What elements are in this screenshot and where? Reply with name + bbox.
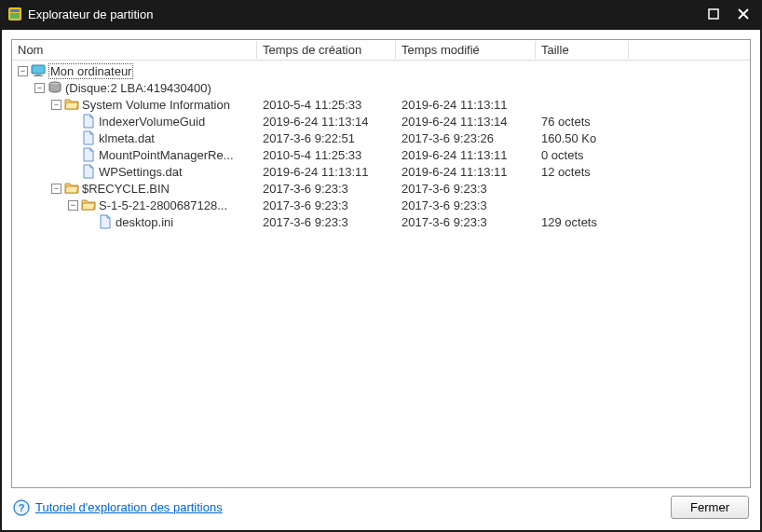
tree-row-file[interactable]: MountPointManagerRe... 2010-5-4 11:25:33… [12, 146, 750, 163]
cell-created: 2010-5-4 11:25:33 [257, 148, 396, 162]
cell-created: 2017-3-6 9:22:51 [257, 131, 396, 145]
tree-row-disk[interactable]: − (Disque:2 LBA:419430400) [12, 79, 750, 96]
cell-created: 2010-5-4 11:25:33 [257, 98, 396, 112]
tree-row-file[interactable]: WPSettings.dat 2019-6-24 11:13:11 2019-6… [12, 163, 750, 180]
window-controls [702, 3, 755, 25]
cell-modified: 2019-6-24 11:13:14 [396, 115, 536, 129]
tree-label: IndexerVolumeGuid [99, 115, 205, 129]
titlebar: Explorateur de partition [0, 0, 762, 28]
expander-icon[interactable]: − [51, 184, 61, 194]
tutorial-link-container: ? Tutoriel d'exploration des partitions [13, 499, 223, 516]
svg-rect-3 [709, 9, 718, 19]
app-icon [7, 7, 22, 21]
cell-modified: 2019-6-24 11:13:11 [396, 148, 536, 162]
file-icon [81, 130, 96, 145]
svg-rect-2 [10, 13, 20, 19]
svg-rect-6 [32, 65, 45, 74]
cell-modified: 2019-6-24 11:13:11 [396, 165, 536, 179]
tree-label: MountPointManagerRe... [99, 148, 234, 162]
cell-size: 0 octets [536, 148, 629, 162]
header-size[interactable]: Taille [536, 41, 629, 59]
file-icon [81, 164, 96, 179]
help-icon: ? [13, 499, 30, 516]
cell-size: 12 octets [536, 165, 629, 179]
column-headers: Nom Temps de création Temps modifié Tail… [12, 40, 750, 61]
tree-row-file[interactable]: desktop.ini 2017-3-6 9:23:3 2017-3-6 9:2… [12, 213, 750, 230]
tree-row-computer[interactable]: − Mon ordinateur [12, 62, 750, 79]
cell-modified: 2017-3-6 9:23:3 [396, 215, 536, 229]
tree-row-file[interactable]: IndexerVolumeGuid 2019-6-24 11:13:14 201… [12, 113, 750, 130]
tutorial-link[interactable]: Tutoriel d'exploration des partitions [35, 500, 223, 514]
computer-icon [31, 63, 46, 78]
cell-created: 2017-3-6 9:23:3 [257, 182, 396, 196]
disk-icon [48, 80, 62, 95]
cell-size: 76 octets [536, 115, 629, 129]
svg-text:?: ? [19, 502, 25, 513]
file-icon [98, 214, 113, 229]
cell-created: 2019-6-24 11:13:14 [257, 115, 396, 129]
file-icon [81, 147, 96, 162]
expander-icon[interactable]: − [34, 83, 45, 93]
header-modified[interactable]: Temps modifié [396, 41, 536, 59]
file-icon [81, 114, 96, 129]
expander-icon[interactable]: − [18, 66, 28, 76]
tree-label: desktop.ini [116, 215, 173, 229]
close-button[interactable] [732, 3, 755, 25]
window-title: Explorateur de partition [28, 7, 702, 21]
content-area: Nom Temps de création Temps modifié Tail… [2, 30, 760, 530]
cell-created: 2017-3-6 9:23:3 [257, 215, 396, 229]
header-name[interactable]: Nom [12, 41, 257, 59]
header-created[interactable]: Temps de création [257, 41, 396, 59]
tree-body: − Mon ordinateur − (Disque:2 LBA:4194304… [12, 61, 750, 232]
tree-row-file[interactable]: klmeta.dat 2017-3-6 9:22:51 2017-3-6 9:2… [12, 130, 750, 146]
tree-row-sid-folder[interactable]: − S-1-5-21-2800687128... 2017-3-6 9:23:3… [12, 197, 750, 213]
expander-icon[interactable]: − [51, 100, 61, 110]
folder-open-icon [64, 181, 79, 196]
tree-label: WPSettings.dat [99, 165, 183, 179]
cell-size: 160.50 Ko [536, 131, 629, 145]
tree-view[interactable]: Nom Temps de création Temps modifié Tail… [11, 39, 751, 488]
tree-label: $RECYCLE.BIN [82, 182, 170, 196]
cell-created: 2019-6-24 11:13:11 [257, 165, 396, 179]
svg-rect-8 [34, 75, 43, 76]
tree-label: (Disque:2 LBA:419430400) [65, 81, 211, 95]
cell-modified: 2017-3-6 9:23:26 [396, 131, 536, 145]
cell-size: 129 octets [536, 215, 629, 229]
maximize-button[interactable] [702, 3, 725, 25]
tree-label: klmeta.dat [99, 131, 155, 145]
footer: ? Tutoriel d'exploration des partitions … [11, 488, 751, 521]
window: Explorateur de partition Nom Temps de cr… [0, 0, 762, 532]
cell-modified: 2019-6-24 11:13:11 [396, 98, 536, 112]
tree-row-svi[interactable]: − System Volume Information 2010-5-4 11:… [12, 96, 750, 113]
expander-icon[interactable]: − [68, 200, 78, 211]
cell-modified: 2017-3-6 9:23:3 [396, 198, 536, 212]
svg-rect-1 [10, 9, 20, 12]
close-dialog-button[interactable]: Fermer [671, 496, 749, 519]
tree-label: Mon ordinateur [48, 63, 133, 79]
tree-row-recycle[interactable]: − $RECYCLE.BIN 2017-3-6 9:23:3 2017-3-6 … [12, 180, 750, 197]
tree-label: System Volume Information [82, 98, 230, 112]
tree-label: S-1-5-21-2800687128... [99, 198, 227, 212]
cell-created: 2017-3-6 9:23:3 [257, 198, 396, 212]
cell-modified: 2017-3-6 9:23:3 [396, 182, 536, 196]
folder-open-icon [81, 198, 96, 212]
folder-open-icon [64, 97, 79, 112]
